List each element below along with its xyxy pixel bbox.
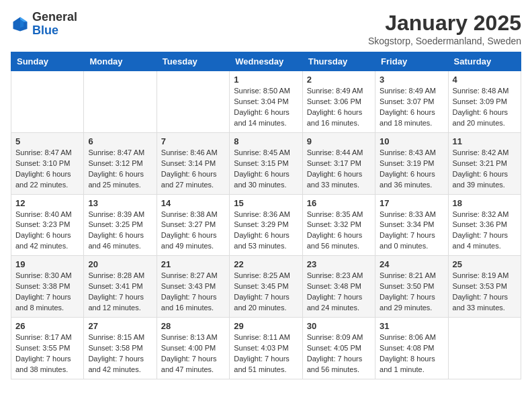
day-number: 14: [161, 198, 225, 208]
day-info: Sunrise: 8:09 AMSunset: 4:05 PMDaylight:…: [307, 332, 371, 375]
calendar-cell: 24Sunrise: 8:21 AMSunset: 3:50 PMDayligh…: [375, 256, 448, 318]
calendar-week-row: 26Sunrise: 8:17 AMSunset: 3:55 PMDayligh…: [11, 318, 521, 379]
calendar-cell: 9Sunrise: 8:44 AMSunset: 3:17 PMDaylight…: [302, 132, 375, 194]
calendar-cell: 10Sunrise: 8:43 AMSunset: 3:19 PMDayligh…: [375, 132, 448, 194]
day-info: Sunrise: 8:17 AMSunset: 3:55 PMDaylight:…: [15, 332, 79, 375]
day-info: Sunrise: 8:23 AMSunset: 3:48 PMDaylight:…: [307, 271, 371, 314]
calendar-cell: 7Sunrise: 8:46 AMSunset: 3:14 PMDaylight…: [157, 132, 229, 194]
day-info: Sunrise: 8:47 AMSunset: 3:10 PMDaylight:…: [15, 148, 79, 191]
calendar-cell: 4Sunrise: 8:48 AMSunset: 3:09 PMDaylight…: [448, 71, 521, 133]
calendar-cell: 26Sunrise: 8:17 AMSunset: 3:55 PMDayligh…: [11, 318, 84, 379]
day-number: 28: [161, 321, 225, 331]
day-number: 5: [15, 136, 79, 146]
calendar-cell: 19Sunrise: 8:30 AMSunset: 3:38 PMDayligh…: [11, 256, 84, 318]
calendar-week-row: 19Sunrise: 8:30 AMSunset: 3:38 PMDayligh…: [11, 256, 521, 318]
logo-blue: Blue: [32, 24, 58, 37]
day-info: Sunrise: 8:39 AMSunset: 3:25 PMDaylight:…: [88, 210, 152, 253]
calendar-cell: 3Sunrise: 8:49 AMSunset: 3:07 PMDaylight…: [375, 71, 448, 133]
calendar-cell: 8Sunrise: 8:45 AMSunset: 3:15 PMDaylight…: [230, 132, 302, 194]
calendar-cell: 28Sunrise: 8:13 AMSunset: 4:00 PMDayligh…: [157, 318, 229, 379]
calendar-cell: [84, 71, 157, 133]
day-number: 19: [15, 259, 79, 269]
day-number: 25: [453, 259, 517, 269]
day-number: 8: [234, 136, 298, 146]
weekday-header: Saturday: [448, 52, 521, 71]
day-info: Sunrise: 8:21 AMSunset: 3:50 PMDaylight:…: [380, 271, 443, 314]
day-info: Sunrise: 8:35 AMSunset: 3:32 PMDaylight:…: [307, 210, 371, 253]
day-number: 6: [88, 136, 152, 146]
logo-text: General Blue: [32, 11, 77, 38]
day-info: Sunrise: 8:38 AMSunset: 3:27 PMDaylight:…: [161, 210, 225, 253]
day-info: Sunrise: 8:27 AMSunset: 3:43 PMDaylight:…: [161, 271, 225, 314]
month-title: January 2025: [368, 11, 521, 36]
weekday-header: Monday: [84, 52, 157, 71]
calendar-week-row: 5Sunrise: 8:47 AMSunset: 3:10 PMDaylight…: [11, 132, 521, 194]
day-number: 29: [234, 321, 298, 331]
day-info: Sunrise: 8:40 AMSunset: 3:23 PMDaylight:…: [15, 210, 79, 253]
day-number: 15: [234, 198, 298, 208]
day-info: Sunrise: 8:33 AMSunset: 3:34 PMDaylight:…: [380, 210, 443, 253]
day-number: 23: [307, 259, 371, 269]
weekday-header-row: SundayMondayTuesdayWednesdayThursdayFrid…: [11, 52, 521, 71]
day-info: Sunrise: 8:06 AMSunset: 4:08 PMDaylight:…: [380, 332, 443, 375]
logo-icon: [11, 15, 30, 34]
calendar-cell: [157, 71, 229, 133]
calendar-cell: 27Sunrise: 8:15 AMSunset: 3:58 PMDayligh…: [84, 318, 157, 379]
weekday-header: Friday: [375, 52, 448, 71]
weekday-header: Tuesday: [157, 52, 229, 71]
day-info: Sunrise: 8:25 AMSunset: 3:45 PMDaylight:…: [234, 271, 298, 314]
day-info: Sunrise: 8:36 AMSunset: 3:29 PMDaylight:…: [234, 210, 298, 253]
calendar-cell: [11, 71, 84, 133]
day-info: Sunrise: 8:49 AMSunset: 3:06 PMDaylight:…: [307, 86, 371, 129]
day-info: Sunrise: 8:15 AMSunset: 3:58 PMDaylight:…: [88, 332, 152, 375]
logo: General Blue: [11, 11, 77, 38]
day-number: 16: [307, 198, 371, 208]
day-number: 7: [161, 136, 225, 146]
calendar-cell: 13Sunrise: 8:39 AMSunset: 3:25 PMDayligh…: [84, 194, 157, 256]
day-info: Sunrise: 8:19 AMSunset: 3:53 PMDaylight:…: [453, 271, 517, 314]
calendar-cell: 16Sunrise: 8:35 AMSunset: 3:32 PMDayligh…: [302, 194, 375, 256]
day-number: 2: [307, 75, 371, 85]
calendar-cell: 12Sunrise: 8:40 AMSunset: 3:23 PMDayligh…: [11, 194, 84, 256]
calendar-table: SundayMondayTuesdayWednesdayThursdayFrid…: [11, 52, 521, 379]
day-info: Sunrise: 8:44 AMSunset: 3:17 PMDaylight:…: [307, 148, 371, 191]
title-block: January 2025 Skogstorp, Soedermanland, S…: [368, 11, 521, 46]
day-number: 26: [15, 321, 79, 331]
day-number: 18: [453, 198, 517, 208]
calendar-cell: 17Sunrise: 8:33 AMSunset: 3:34 PMDayligh…: [375, 194, 448, 256]
day-number: 12: [15, 198, 79, 208]
day-number: 4: [453, 75, 517, 85]
day-number: 13: [88, 198, 152, 208]
day-number: 11: [453, 136, 517, 146]
day-info: Sunrise: 8:42 AMSunset: 3:21 PMDaylight:…: [453, 148, 517, 191]
calendar-cell: 18Sunrise: 8:32 AMSunset: 3:36 PMDayligh…: [448, 194, 521, 256]
page-header: General Blue January 2025 Skogstorp, Soe…: [11, 11, 521, 46]
day-info: Sunrise: 8:43 AMSunset: 3:19 PMDaylight:…: [380, 148, 443, 191]
calendar-cell: 14Sunrise: 8:38 AMSunset: 3:27 PMDayligh…: [157, 194, 229, 256]
weekday-header: Sunday: [11, 52, 84, 71]
day-number: 24: [380, 259, 443, 269]
day-info: Sunrise: 8:45 AMSunset: 3:15 PMDaylight:…: [234, 148, 298, 191]
day-number: 17: [380, 198, 443, 208]
day-info: Sunrise: 8:47 AMSunset: 3:12 PMDaylight:…: [88, 148, 152, 191]
day-number: 1: [234, 75, 298, 85]
calendar-cell: 25Sunrise: 8:19 AMSunset: 3:53 PMDayligh…: [448, 256, 521, 318]
day-number: 20: [88, 259, 152, 269]
day-info: Sunrise: 8:28 AMSunset: 3:41 PMDaylight:…: [88, 271, 152, 314]
day-info: Sunrise: 8:48 AMSunset: 3:09 PMDaylight:…: [453, 86, 517, 129]
calendar-cell: 2Sunrise: 8:49 AMSunset: 3:06 PMDaylight…: [302, 71, 375, 133]
weekday-header: Wednesday: [230, 52, 302, 71]
calendar-cell: 6Sunrise: 8:47 AMSunset: 3:12 PMDaylight…: [84, 132, 157, 194]
day-number: 10: [380, 136, 443, 146]
day-number: 22: [234, 259, 298, 269]
day-info: Sunrise: 8:32 AMSunset: 3:36 PMDaylight:…: [453, 210, 517, 253]
day-number: 27: [88, 321, 152, 331]
calendar-week-row: 12Sunrise: 8:40 AMSunset: 3:23 PMDayligh…: [11, 194, 521, 256]
weekday-header: Thursday: [302, 52, 375, 71]
calendar-cell: 11Sunrise: 8:42 AMSunset: 3:21 PMDayligh…: [448, 132, 521, 194]
day-info: Sunrise: 8:50 AMSunset: 3:04 PMDaylight:…: [234, 86, 298, 129]
day-number: 9: [307, 136, 371, 146]
logo-general: General: [32, 10, 77, 24]
calendar-cell: 5Sunrise: 8:47 AMSunset: 3:10 PMDaylight…: [11, 132, 84, 194]
day-number: 21: [161, 259, 225, 269]
